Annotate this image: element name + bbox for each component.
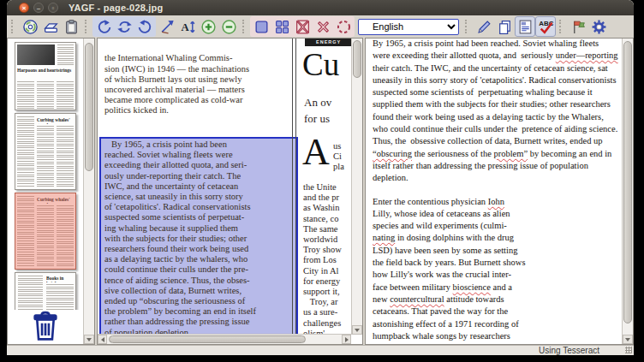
page-thumbnail-3[interactable]: Curbing whales' greed	[15, 193, 76, 270]
dropcap: A	[302, 133, 330, 172]
check-spelling-button[interactable]: ABC	[535, 16, 556, 37]
toolbar-group-rotate	[92, 16, 156, 37]
column-rule	[292, 39, 293, 335]
ocr-text-segment: the seriousness of the	[412, 149, 493, 158]
thumbnail-caption: Books in brief	[46, 276, 74, 282]
edit-text-button[interactable]	[474, 16, 494, 37]
window-title: YAGF - page-028.jpg	[69, 3, 163, 13]
text-size-button[interactable]: A	[177, 16, 198, 37]
rotate-left-button[interactable]	[93, 16, 114, 37]
thumbnail-decoration	[17, 81, 34, 109]
thumbnail-decoration	[37, 81, 54, 109]
open-image-button[interactable]	[20, 16, 40, 37]
toolbar-handle	[85, 20, 90, 33]
toolbar-group-adjust: A	[156, 16, 240, 37]
lasso-icon	[336, 19, 352, 35]
spellcheck-icon: ABC	[538, 19, 554, 35]
minimize-button[interactable]: –	[33, 3, 44, 13]
delete-page-button[interactable]	[31, 310, 60, 345]
toolbar-group-misc	[567, 16, 610, 37]
paste-image-button[interactable]	[61, 16, 81, 37]
toolbar-group-blocks	[250, 16, 355, 37]
scanned-paragraph: the International Whaling Commis- sion (…	[104, 53, 296, 116]
page-thumbnail-1[interactable]: Harpoons and heartstrings	[15, 42, 76, 110]
document-vscrollbar[interactable]	[351, 39, 362, 335]
document-hscrollbar[interactable]	[98, 334, 351, 344]
thumbnail-decoration	[46, 284, 74, 312]
recognize-text-button[interactable]	[515, 16, 535, 37]
deskew-button[interactable]	[157, 16, 177, 37]
block-icon	[253, 19, 270, 35]
thumbnail-scroll-down-stepper[interactable]	[84, 335, 94, 344]
thumbnail-decoration	[57, 81, 74, 109]
document-hscrollbar-thumb[interactable]	[109, 335, 306, 343]
thumbnail-caption: Curbing whales' greed	[37, 117, 74, 124]
blocks-icon	[274, 19, 290, 35]
language-select[interactable]: English	[358, 19, 459, 35]
selected-block-1[interactable]: By 1965, a crisis point had been reached…	[99, 137, 298, 335]
copy-icon	[497, 19, 513, 35]
rotate-right-button[interactable]	[134, 16, 155, 37]
toolbar-handle	[559, 20, 564, 33]
ocr-icon	[517, 19, 534, 35]
copy-text-button[interactable]	[494, 16, 515, 37]
report-flag-button[interactable]	[568, 16, 588, 37]
flag-icon	[570, 19, 587, 35]
resize-grip[interactable]	[625, 347, 632, 353]
textsize-icon: A	[180, 19, 196, 35]
toolbar-group-file	[19, 16, 82, 37]
document-scroll-right-stepper[interactable]	[342, 335, 351, 344]
ocr-text-segment: Lilly, whose idea of cetaceans as alien …	[373, 209, 510, 230]
status-text: Using Tesseract	[539, 346, 599, 355]
settings-button[interactable]	[588, 16, 609, 37]
thumbnail-vscrollbar-thumb[interactable]	[85, 43, 93, 171]
scan-image-button[interactable]	[40, 16, 61, 37]
status-bar: Using Tesseract	[7, 345, 634, 355]
maximize-button[interactable]: ▫	[48, 3, 58, 13]
ocr-text: By 1965, a crisis point had been reached…	[373, 39, 618, 344]
page-thumbnail-4[interactable]: Books in brief	[15, 272, 76, 313]
scanner-icon	[43, 19, 59, 35]
clipboard-icon	[63, 19, 80, 35]
window-controls: × – ▫	[19, 3, 58, 13]
titlebar: × – ▫ YAGF - page-028.jpg	[7, 0, 634, 15]
ocr-text-segment: their catch. The IWC, and the uncertaint…	[373, 50, 620, 145]
misspelled-word: Iohn	[488, 197, 504, 206]
text-editor[interactable]: By 1965, a crisis point had been reached…	[366, 39, 622, 344]
text-panel: By 1965, a crisis point had been reached…	[365, 38, 634, 345]
text-vscrollbar-thumb[interactable]	[623, 41, 632, 323]
main-area: Harpoons and heartstringsCurbing whales'…	[7, 38, 634, 345]
misspelled-word: McVay	[393, 343, 419, 344]
toolbar-handle	[465, 20, 470, 33]
misspelled-word: problem”	[493, 149, 528, 158]
select-whole-page-button[interactable]	[333, 16, 354, 37]
thumbnail-decoration	[17, 116, 34, 187]
document-scroll-left-stepper[interactable]	[98, 335, 107, 344]
section-tag: ENERGY	[305, 39, 351, 46]
text-scroll-down-stepper[interactable]	[623, 335, 633, 344]
select-block-button[interactable]	[251, 16, 271, 37]
thumbnail-decoration	[17, 196, 34, 267]
clear-block-button[interactable]	[313, 16, 333, 37]
deskew-icon	[159, 19, 176, 35]
document-vscrollbar-thumb[interactable]	[353, 40, 361, 78]
thumbnail-decoration	[57, 205, 74, 267]
trash-icon	[31, 310, 60, 341]
thumbnail-panel-footer	[8, 310, 83, 344]
document-scroll-down-stepper[interactable]	[352, 325, 362, 335]
zoom-out-button[interactable]	[218, 16, 239, 37]
close-button[interactable]: ×	[19, 3, 29, 13]
thumbnail-panel: Harpoons and heartstringsCurbing whales'…	[7, 38, 95, 345]
thumbnail-vscrollbar[interactable]	[83, 39, 94, 344]
thumbnail-decoration	[57, 126, 74, 187]
page-thumbnail-2[interactable]: Curbing whales' greed	[15, 113, 76, 190]
select-multiple-blocks-button[interactable]	[271, 16, 292, 37]
clear-all-blocks-button[interactable]	[292, 16, 313, 37]
text-vscrollbar[interactable]	[622, 39, 633, 344]
rotate-180-button[interactable]	[114, 16, 134, 37]
zoom-out-icon	[221, 19, 237, 35]
zoom-in-button[interactable]	[198, 16, 218, 37]
thumbnail-decoration	[37, 205, 54, 267]
ocr-paragraph: Enter the contentious physician Iohn Lil…	[373, 196, 618, 344]
ocr-paragraph: By 1965, a crisis point had been reached…	[373, 39, 618, 185]
